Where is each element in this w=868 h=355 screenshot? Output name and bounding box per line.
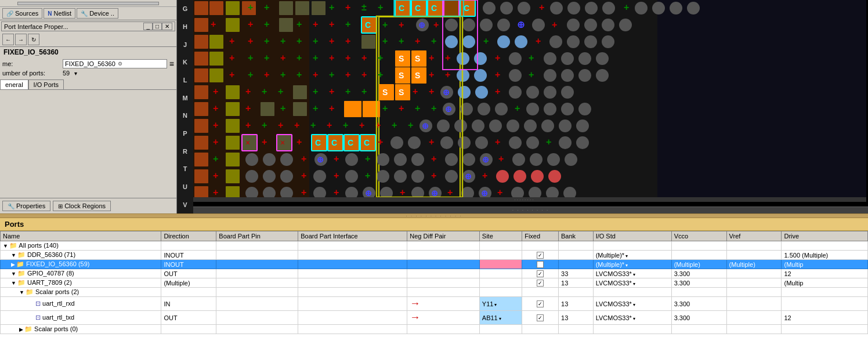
row-name-text: uart_rtl_txd bbox=[41, 314, 74, 321]
tab-device[interactable]: 🔧 Device .. bbox=[77, 8, 118, 19]
iostd-dropdown[interactable]: ▾ bbox=[625, 263, 628, 268]
svg-point-117 bbox=[561, 52, 574, 65]
tab-io-ports[interactable]: I/O Ports bbox=[28, 79, 64, 89]
tab-netlist[interactable]: N Netlist bbox=[44, 8, 75, 19]
device-hscrollbar[interactable]: · · · · · · · · bbox=[193, 207, 868, 213]
prop-maximize-btn[interactable]: □ bbox=[153, 23, 162, 30]
svg-point-119 bbox=[596, 52, 609, 65]
col-fixed[interactable]: Fixed bbox=[522, 231, 559, 241]
resize-handle[interactable]: · · · · · · · · · · · · bbox=[0, 213, 868, 218]
fixed-checkbox[interactable]: ✓ bbox=[537, 270, 544, 277]
svg-text:+: + bbox=[536, 36, 541, 46]
col-bank[interactable]: Bank bbox=[559, 231, 594, 241]
col-direction[interactable]: Direction bbox=[161, 231, 216, 241]
portcount-dropdown[interactable]: ▾ bbox=[74, 70, 77, 77]
svg-text:×: × bbox=[280, 138, 285, 147]
svg-rect-41 bbox=[226, 18, 240, 32]
fixed-checkbox[interactable]: ✓ bbox=[537, 314, 544, 321]
fixed-checkbox[interactable]: ✓ bbox=[537, 252, 544, 259]
expand-icon[interactable] bbox=[27, 301, 34, 307]
svg-text:+: + bbox=[378, 70, 383, 79]
toolbar-back-btn[interactable]: ← bbox=[2, 34, 14, 45]
table-row[interactable]: ⊡ uart_rtl_txdOUT→AB11▾✓13LVCMOS33*▾3.30… bbox=[1, 311, 868, 325]
col-drive[interactable]: Drive bbox=[782, 231, 868, 241]
expand-icon[interactable]: ▼ bbox=[19, 289, 24, 295]
svg-point-289 bbox=[377, 170, 389, 183]
col-name[interactable]: Name bbox=[1, 231, 161, 241]
svg-point-143 bbox=[544, 69, 556, 82]
col-bp-pin[interactable]: Board Part Pin bbox=[216, 231, 298, 241]
svg-rect-10 bbox=[279, 1, 293, 15]
row-label-h: H bbox=[183, 23, 187, 30]
tab-general[interactable]: eneral bbox=[0, 79, 28, 89]
fixed-checkbox[interactable]: ✓ bbox=[537, 280, 544, 287]
fixed-checkbox[interactable]: ✓ bbox=[537, 300, 544, 307]
iostd-dropdown[interactable]: ▾ bbox=[633, 302, 635, 307]
table-row[interactable]: ▶📁 FIXED_IO_56360 (59)INOUT✓(Multiple)*▾… bbox=[1, 260, 868, 269]
svg-text:+: + bbox=[539, 2, 544, 12]
table-row[interactable]: ▼📁 UART_7809 (2)(Multiple)✓13LVCMOS33*▾3… bbox=[1, 278, 868, 288]
svg-text:C: C bbox=[331, 138, 337, 147]
fixed-checkbox[interactable]: ✓ bbox=[537, 261, 544, 268]
iostd-dropdown[interactable]: ▾ bbox=[633, 281, 635, 287]
table-row[interactable]: ▼📁 All ports (140) bbox=[1, 241, 868, 251]
svg-point-32 bbox=[585, 2, 598, 15]
svg-point-118 bbox=[578, 52, 591, 65]
site-dropdown[interactable]: ▾ bbox=[494, 302, 497, 307]
properties-btn[interactable]: 🔧 Properties bbox=[2, 201, 50, 211]
svg-text:+: + bbox=[345, 36, 350, 46]
expand-icon[interactable]: ▼ bbox=[11, 280, 16, 286]
clock-regions-btn[interactable]: ⊞ Clock Regions bbox=[53, 201, 111, 211]
col-vcco[interactable]: Vcco bbox=[671, 231, 726, 241]
svg-text:+: + bbox=[301, 154, 306, 164]
svg-point-218 bbox=[507, 119, 519, 132]
iostd-dropdown[interactable]: ▾ bbox=[625, 253, 628, 259]
col-vref[interactable]: Vref bbox=[726, 231, 782, 241]
table-row[interactable]: ⊡ uart_rtl_rxdIN→Y11▾✓13LVCMOS33*▾3.300 bbox=[1, 297, 868, 311]
expand-icon[interactable]: ▶ bbox=[19, 327, 23, 332]
svg-point-248 bbox=[509, 136, 522, 149]
svg-point-172 bbox=[561, 86, 574, 99]
svg-text:C: C bbox=[315, 138, 321, 147]
fpga-grid[interactable]: /* handled below */ bbox=[193, 0, 868, 202]
expand-icon[interactable]: ▼ bbox=[11, 252, 16, 258]
tab-sources[interactable]: 🔗 Sources bbox=[2, 8, 42, 19]
svg-text:+: + bbox=[361, 53, 367, 63]
table-row[interactable]: ▶📁 Scalar ports (0) bbox=[1, 325, 868, 334]
col-site[interactable]: Site bbox=[479, 231, 522, 241]
svg-point-215 bbox=[454, 119, 467, 132]
table-row[interactable]: ▼📁 DDR_56360 (71)INOUT✓(Multiple)*▾1.500… bbox=[1, 251, 868, 260]
prop-close-btn[interactable]: ✕ bbox=[162, 23, 172, 30]
svg-text:+: + bbox=[296, 137, 302, 147]
site-dropdown[interactable]: ▾ bbox=[499, 316, 501, 321]
name-scroll-btn[interactable]: ≡ bbox=[169, 59, 174, 68]
table-row[interactable]: ▼📁 Scalar ports (2) bbox=[1, 288, 868, 297]
row-name-text: GPIO_40787 (8) bbox=[26, 270, 74, 277]
expand-icon[interactable] bbox=[27, 315, 34, 321]
expand-icon[interactable]: ▶ bbox=[11, 262, 15, 267]
ports-tbody: ▼📁 All ports (140)▼📁 DDR_56360 (71)INOUT… bbox=[1, 241, 868, 334]
svg-text:⊕: ⊕ bbox=[465, 172, 472, 181]
svg-text:+: + bbox=[262, 137, 267, 147]
svg-text:+: + bbox=[313, 36, 318, 46]
col-io-std[interactable]: I/O Std bbox=[593, 231, 671, 241]
expand-icon[interactable]: ▼ bbox=[11, 271, 16, 277]
expand-icon[interactable]: ▼ bbox=[3, 243, 8, 249]
col-neg-diff[interactable]: Neg Diff Pair bbox=[407, 231, 480, 241]
table-row[interactable]: ▼📁 GPIO_40787 (8)OUT✓33LVCMOS33*▾3.30012 bbox=[1, 269, 868, 278]
svg-text:⊕: ⊕ bbox=[445, 104, 452, 114]
iostd-dropdown[interactable]: ▾ bbox=[633, 316, 635, 321]
toolbar-refresh-btn[interactable]: ↻ bbox=[28, 34, 39, 45]
prop-minimize-btn[interactable]: _ bbox=[143, 23, 153, 30]
svg-text:+: + bbox=[310, 120, 316, 130]
name-value-field[interactable]: FIXED_IO_56360 ⚙ bbox=[63, 59, 167, 68]
svg-point-283 bbox=[280, 170, 293, 183]
iostd-dropdown[interactable]: ▾ bbox=[633, 272, 635, 277]
svg-point-62 bbox=[532, 19, 545, 31]
svg-point-28 bbox=[518, 2, 530, 15]
col-bp-iface[interactable]: Board Part Interface bbox=[298, 231, 407, 241]
ports-table-container[interactable]: Name Direction Board Part Pin Board Part… bbox=[0, 231, 868, 355]
toolbar-forward-btn[interactable]: → bbox=[15, 34, 27, 45]
svg-point-263 bbox=[345, 153, 358, 166]
svg-text:+: + bbox=[245, 120, 251, 130]
